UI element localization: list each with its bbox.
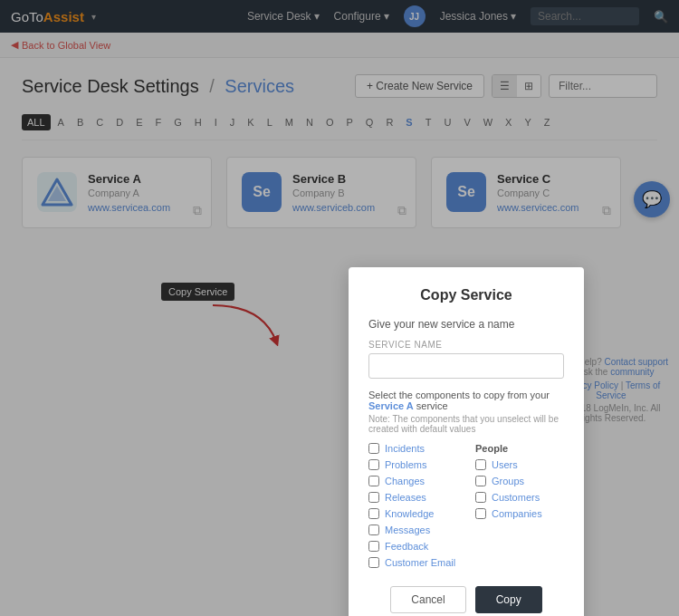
checkbox-feedback: Feedback (368, 541, 457, 552)
users-label[interactable]: Users (492, 459, 518, 470)
checkbox-problems: Problems (368, 459, 457, 470)
checkbox-messages: Messages (368, 525, 457, 535)
problems-label[interactable]: Problems (385, 459, 426, 470)
feedback-label[interactable]: Feedback (385, 541, 428, 552)
checkbox-columns: Incidents Problems Changes Releases Know… (368, 443, 564, 573)
messages-checkbox[interactable] (368, 525, 379, 535)
checkbox-changes: Changes (368, 476, 457, 486)
copy-button[interactable]: Copy (475, 586, 542, 613)
service-name-label: SERVICE NAME (368, 340, 564, 350)
people-col-header: People (475, 443, 564, 454)
groups-checkbox[interactable] (475, 476, 486, 486)
groups-label[interactable]: Groups (492, 476, 524, 486)
customers-label[interactable]: Customers (492, 492, 540, 503)
companies-label[interactable]: Companies (492, 508, 542, 519)
people-col: People Users Groups Customers Companies (475, 443, 564, 573)
modal-actions: Cancel Copy (368, 586, 564, 613)
service-name-input[interactable] (368, 353, 564, 379)
knowledge-label[interactable]: Knowledge (385, 508, 434, 519)
checkbox-users: Users (475, 459, 564, 470)
cancel-button[interactable]: Cancel (390, 586, 465, 613)
checkbox-knowledge: Knowledge (368, 508, 457, 519)
customer-email-checkbox[interactable] (368, 557, 379, 568)
messages-label[interactable]: Messages (385, 525, 430, 535)
select-components-subtitle: Select the components to copy from your … (368, 390, 564, 411)
releases-label[interactable]: Releases (385, 492, 426, 503)
select-note: Note: The components that you unselect w… (368, 414, 564, 434)
users-checkbox[interactable] (475, 459, 486, 470)
problems-checkbox[interactable] (368, 459, 379, 470)
checkbox-customer-email: Customer Email (368, 557, 457, 568)
checkbox-companies: Companies (475, 508, 564, 519)
service-a-link[interactable]: Service A (368, 400, 414, 411)
checkbox-releases: Releases (368, 492, 457, 503)
changes-label[interactable]: Changes (385, 476, 425, 486)
modal-subtitle: Give your new service a name (368, 318, 564, 331)
customers-checkbox[interactable] (475, 492, 486, 503)
modal-overlay: Copy Service Give your new service a nam… (0, 0, 679, 616)
feedback-checkbox[interactable] (368, 541, 379, 552)
modal-title: Copy Service (368, 287, 564, 303)
incidents-label[interactable]: Incidents (385, 443, 425, 454)
checkbox-groups: Groups (475, 476, 564, 486)
changes-checkbox[interactable] (368, 476, 379, 486)
releases-checkbox[interactable] (368, 492, 379, 503)
copy-service-modal: Copy Service Give your new service a nam… (349, 267, 584, 616)
checkbox-incidents: Incidents (368, 443, 457, 454)
customer-email-label[interactable]: Customer Email (385, 557, 455, 568)
companies-checkbox[interactable] (475, 508, 486, 519)
knowledge-checkbox[interactable] (368, 508, 379, 519)
components-col: Incidents Problems Changes Releases Know… (368, 443, 457, 573)
incidents-checkbox[interactable] (368, 443, 379, 454)
checkbox-customers: Customers (475, 492, 564, 503)
